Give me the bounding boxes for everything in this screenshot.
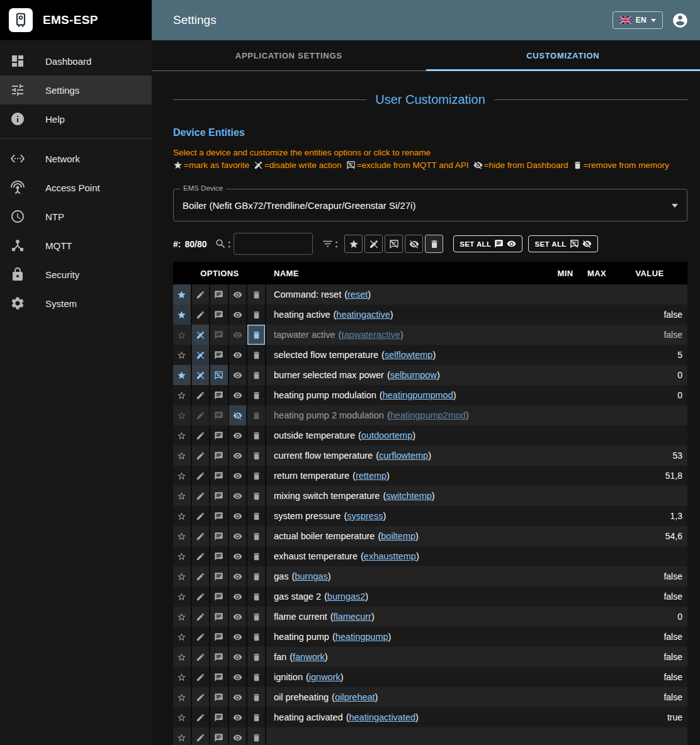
mqtt-exclude-toggle[interactable] bbox=[210, 365, 229, 385]
filter-edit-off-icon[interactable] bbox=[364, 235, 383, 253]
hide-toggle[interactable] bbox=[229, 667, 248, 687]
mqtt-exclude-toggle[interactable] bbox=[210, 425, 229, 445]
sidebar-item-ntp[interactable]: NTP bbox=[0, 202, 152, 231]
hide-toggle[interactable] bbox=[229, 385, 248, 405]
entity-name[interactable]: selected flow temperature(selflowtemp) bbox=[266, 345, 549, 365]
write-toggle[interactable] bbox=[192, 345, 211, 365]
entity-name[interactable]: current flow temperature(curflowtemp) bbox=[266, 445, 549, 466]
entity-code-link[interactable]: syspress bbox=[347, 511, 383, 521]
entity-code-link[interactable]: heatingpump bbox=[336, 632, 388, 642]
favorite-toggle[interactable] bbox=[173, 486, 192, 506]
mqtt-exclude-toggle[interactable] bbox=[210, 607, 229, 627]
favorite-toggle[interactable] bbox=[173, 445, 192, 466]
filter-delete-icon[interactable] bbox=[425, 235, 443, 253]
write-toggle[interactable] bbox=[192, 385, 211, 405]
delete-toggle[interactable] bbox=[247, 284, 266, 305]
entity-name[interactable]: system pressure(syspress) bbox=[266, 506, 549, 526]
favorite-toggle[interactable] bbox=[173, 466, 192, 486]
write-toggle[interactable] bbox=[192, 405, 211, 425]
hide-toggle[interactable] bbox=[229, 727, 248, 745]
hide-toggle[interactable] bbox=[229, 707, 248, 727]
write-toggle[interactable] bbox=[192, 607, 211, 627]
favorite-toggle[interactable] bbox=[173, 566, 192, 586]
favorite-toggle[interactable] bbox=[173, 526, 192, 546]
entity-name[interactable]: outside temperature(outdoortemp) bbox=[266, 425, 549, 445]
sidebar-item-help[interactable]: Help bbox=[0, 104, 152, 133]
hide-toggle[interactable] bbox=[229, 607, 248, 627]
write-toggle[interactable] bbox=[192, 284, 211, 305]
favorite-toggle[interactable] bbox=[173, 667, 192, 687]
mqtt-exclude-toggle[interactable] bbox=[210, 526, 229, 546]
hide-toggle[interactable] bbox=[229, 284, 248, 305]
favorite-toggle[interactable] bbox=[173, 586, 192, 607]
entity-name[interactable]: return temperature(rettemp) bbox=[266, 466, 549, 486]
entity-code-link[interactable]: flamecurr bbox=[333, 612, 371, 622]
hide-toggle[interactable] bbox=[229, 586, 248, 607]
mqtt-exclude-toggle[interactable] bbox=[210, 727, 229, 745]
hide-toggle[interactable] bbox=[229, 325, 248, 345]
mqtt-exclude-toggle[interactable] bbox=[210, 687, 229, 707]
mqtt-exclude-toggle[interactable] bbox=[210, 707, 229, 727]
entity-code-link[interactable]: switchtemp bbox=[386, 491, 432, 501]
favorite-toggle[interactable] bbox=[173, 365, 192, 385]
entity-name[interactable]: Command: reset(reset) bbox=[266, 284, 549, 305]
write-toggle[interactable] bbox=[192, 586, 211, 607]
mqtt-exclude-toggle[interactable] bbox=[210, 586, 229, 607]
write-toggle[interactable] bbox=[192, 466, 211, 486]
entity-name[interactable]: flame current(flamecurr) bbox=[266, 607, 549, 627]
filter-star-icon[interactable] bbox=[344, 235, 363, 253]
hide-toggle[interactable] bbox=[229, 425, 248, 445]
entity-code-link[interactable]: heatingpumpmod bbox=[383, 390, 453, 400]
mqtt-exclude-toggle[interactable] bbox=[210, 647, 229, 667]
language-select[interactable]: EN bbox=[612, 11, 663, 29]
delete-toggle[interactable] bbox=[247, 445, 266, 466]
entity-code-link[interactable]: reset bbox=[347, 289, 368, 300]
favorite-toggle[interactable] bbox=[173, 506, 192, 526]
set-all-hide-button[interactable]: SET ALL bbox=[528, 235, 597, 252]
mqtt-exclude-toggle[interactable] bbox=[210, 486, 229, 506]
entity-name[interactable]: heating pump(heatingpump) bbox=[266, 627, 549, 647]
entity-code-link[interactable]: heatingactive bbox=[336, 310, 390, 320]
favorite-toggle[interactable] bbox=[173, 405, 192, 425]
entity-name[interactable]: mixing switch temperature(switchtemp) bbox=[266, 486, 549, 506]
set-all-show-button[interactable]: SET ALL bbox=[453, 235, 522, 252]
delete-toggle[interactable] bbox=[247, 566, 266, 586]
hide-toggle[interactable] bbox=[229, 365, 248, 385]
delete-toggle[interactable] bbox=[247, 345, 266, 365]
entity-code-link[interactable]: exhausttemp bbox=[364, 551, 416, 561]
entity-code-link[interactable]: burngas bbox=[295, 571, 327, 581]
delete-toggle[interactable] bbox=[247, 365, 266, 385]
mqtt-exclude-toggle[interactable] bbox=[210, 385, 229, 405]
entity-name[interactable]: ignition(ignwork) bbox=[266, 667, 549, 687]
delete-toggle[interactable] bbox=[247, 727, 266, 745]
entity-name[interactable]: heating pump modulation(heatingpumpmod) bbox=[266, 385, 549, 405]
favorite-toggle[interactable] bbox=[173, 284, 192, 305]
write-toggle[interactable] bbox=[192, 365, 211, 385]
delete-toggle[interactable] bbox=[247, 325, 266, 345]
sidebar-item-security[interactable]: Security bbox=[0, 260, 152, 289]
entity-name[interactable]: fan(fanwork) bbox=[266, 647, 549, 667]
mqtt-exclude-toggle[interactable] bbox=[210, 566, 229, 586]
entity-name[interactable]: exhaust temperature(exhausttemp) bbox=[266, 546, 549, 566]
mqtt-exclude-toggle[interactable] bbox=[210, 466, 229, 486]
delete-toggle[interactable] bbox=[247, 506, 266, 526]
sidebar-item-dashboard[interactable]: Dashboard bbox=[0, 47, 152, 76]
sidebar-item-system[interactable]: System bbox=[0, 289, 152, 318]
write-toggle[interactable] bbox=[192, 325, 211, 345]
favorite-toggle[interactable] bbox=[173, 707, 192, 727]
entity-name[interactable]: heating activated(heatingactivated) bbox=[266, 707, 549, 727]
delete-toggle[interactable] bbox=[247, 305, 266, 325]
account-button[interactable] bbox=[672, 12, 689, 29]
hide-toggle[interactable] bbox=[229, 486, 248, 506]
delete-toggle[interactable] bbox=[247, 627, 266, 647]
mqtt-exclude-toggle[interactable] bbox=[210, 445, 229, 466]
delete-toggle[interactable] bbox=[247, 385, 266, 405]
mqtt-exclude-toggle[interactable] bbox=[210, 284, 229, 305]
mqtt-exclude-toggle[interactable] bbox=[210, 546, 229, 566]
entity-code-link[interactable]: heatingpump2mod bbox=[390, 410, 466, 420]
mqtt-exclude-toggle[interactable] bbox=[210, 667, 229, 687]
entity-code-link[interactable]: oilpreheat bbox=[335, 692, 375, 702]
delete-toggle[interactable] bbox=[247, 647, 266, 667]
write-toggle[interactable] bbox=[192, 667, 211, 687]
write-toggle[interactable] bbox=[192, 486, 211, 506]
